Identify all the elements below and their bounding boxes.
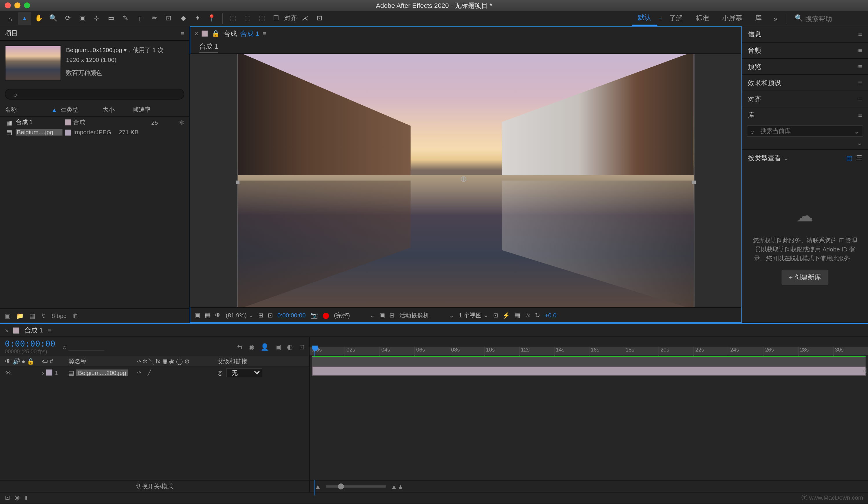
comp-subtab[interactable]: 合成 1 xyxy=(199,42,218,52)
marker-add-icon[interactable]: ◁ xyxy=(862,367,867,374)
adjust-icon[interactable]: ↯ xyxy=(41,313,46,319)
workspace-small[interactable]: 小屏幕 xyxy=(716,11,748,25)
workspace-default[interactable]: 默认 xyxy=(632,11,657,26)
status-icon-2[interactable]: ◉ xyxy=(14,494,20,501)
grid-view-icon[interactable]: ▦ xyxy=(846,154,852,162)
close-tab-icon[interactable]: × xyxy=(5,327,9,334)
camera-dropdown[interactable]: 活动摄像机 ⌄ xyxy=(399,311,454,319)
library-panel-header[interactable]: 库≡ xyxy=(742,107,868,123)
workspace-menu-icon[interactable]: ≡ xyxy=(658,15,662,22)
channel-icon[interactable]: ⬤ xyxy=(322,312,329,318)
canvas[interactable] xyxy=(237,54,694,307)
current-timecode[interactable]: 0:00:00:00 xyxy=(5,339,55,348)
rectangle-tool[interactable]: ▭ xyxy=(104,12,118,25)
home-button[interactable]: ⌂ xyxy=(3,12,17,25)
composition-viewer[interactable] xyxy=(190,54,741,307)
transform-handle-right[interactable] xyxy=(692,180,695,184)
switch-1[interactable]: ቀ xyxy=(137,369,141,376)
toggle-switches-modes[interactable]: 切换开关/模式 xyxy=(0,480,309,492)
flowchart-icon[interactable]: ⚛ xyxy=(179,119,184,126)
pen-tool[interactable]: ✎ xyxy=(119,12,132,25)
video-toggle[interactable]: 👁 xyxy=(5,369,11,376)
type-tool[interactable]: T xyxy=(133,12,146,25)
always-preview-icon[interactable]: ▣ xyxy=(195,312,200,318)
pan-behind-tool[interactable]: ⊹ xyxy=(90,12,103,25)
panel-menu-icon[interactable]: ≡ xyxy=(858,63,862,70)
fast-preview-icon[interactable]: ⚡ xyxy=(503,312,510,318)
status-icon-3[interactable]: ⫿ xyxy=(24,494,28,501)
flowchart-icon[interactable]: ⚛ xyxy=(525,312,530,318)
panel-menu-icon[interactable]: ≡ xyxy=(858,31,862,38)
current-time[interactable]: 0:00:00:00 xyxy=(277,312,306,318)
comp-tab-menu[interactable]: ≡ xyxy=(262,30,266,37)
create-library-button[interactable]: + 创建新库 xyxy=(782,270,828,285)
effects-panel-header[interactable]: 效果和预设≡ xyxy=(742,75,868,91)
zoom-dropdown[interactable]: (81.9%) ⌄ xyxy=(226,312,253,318)
layer-twirl-icon[interactable]: › xyxy=(42,369,44,376)
col-fps[interactable]: 帧速率 xyxy=(133,106,151,114)
label-color[interactable] xyxy=(65,119,71,126)
project-item[interactable]: ▦ 合成 1 合成 25 ⚛ xyxy=(0,117,189,128)
puppet-tool[interactable]: 📍 xyxy=(205,12,219,25)
comp-mini-flowchart-icon[interactable]: ⇆ xyxy=(237,343,242,351)
solo-col-icon[interactable]: ● xyxy=(22,358,25,365)
audio-col-icon[interactable]: 🔊 xyxy=(13,358,20,365)
minimize-window-button[interactable] xyxy=(14,2,21,8)
zoom-slider[interactable] xyxy=(326,485,386,487)
timeline-search-input[interactable] xyxy=(69,343,104,351)
lock-icon[interactable]: 🔒 xyxy=(211,30,220,38)
time-ruler[interactable]: :00s 02s 04s 06s 08s 10s 12s 14s 16s 18s… xyxy=(310,337,868,356)
chevron-down-icon[interactable]: ⌄ xyxy=(854,128,860,136)
chevron-down-icon[interactable]: ⌄ xyxy=(784,154,789,162)
timeline-layer[interactable]: 👁 ›1 ▤Belgium....200.jpg ቀ ╱ ◎无 xyxy=(0,367,309,378)
search-help[interactable]: 🔍 xyxy=(790,14,864,22)
project-tab[interactable]: 项目 xyxy=(5,29,18,38)
playhead[interactable] xyxy=(312,345,318,355)
resolution-dropdown[interactable]: (完整) ⌄ xyxy=(334,311,374,319)
layer-duration-bar[interactable] xyxy=(312,367,866,376)
col-name[interactable]: 名称 xyxy=(5,106,52,114)
maximize-window-button[interactable] xyxy=(24,2,30,8)
pickwhip-icon[interactable]: ◎ xyxy=(217,369,223,376)
trash-icon[interactable]: 🗑 xyxy=(72,313,79,319)
workspace-learn[interactable]: 了解 xyxy=(663,11,689,25)
label-col-icon[interactable]: 🏷 xyxy=(42,358,48,365)
project-search-input[interactable] xyxy=(5,89,184,99)
zoom-tool[interactable]: 🔍 xyxy=(47,12,60,25)
list-view-icon[interactable]: ☰ xyxy=(856,154,862,162)
sort-indicator[interactable]: ▲ xyxy=(52,107,57,113)
timeline-track-area[interactable]: :00s 02s 04s 06s 08s 10s 12s 14s 16s 18s… xyxy=(310,337,868,492)
zoom-in-icon[interactable]: ▲▲ xyxy=(391,483,404,490)
timeline-search[interactable]: ⌕ xyxy=(63,343,104,351)
close-tab-icon[interactable]: × xyxy=(195,30,198,37)
project-search[interactable]: ⌕ xyxy=(5,89,184,99)
roi-icon[interactable]: ▣ xyxy=(379,312,385,318)
snapshot-icon[interactable]: 📷 xyxy=(310,312,318,318)
timeline-tab[interactable]: 合成 1 xyxy=(24,326,43,335)
video-col-icon[interactable]: 👁 xyxy=(5,358,11,365)
unified-camera-tool[interactable]: ▣ xyxy=(75,12,89,25)
workspace-overflow[interactable]: » xyxy=(769,12,782,25)
orbit-tool[interactable]: ⟳ xyxy=(61,12,74,25)
frame-blend-icon[interactable]: ▣ xyxy=(275,343,281,351)
label-icon[interactable]: 🏷 xyxy=(61,106,66,113)
comp-name[interactable]: 合成 1 xyxy=(240,29,259,38)
workspace-library[interactable]: 库 xyxy=(749,11,767,25)
parent-col[interactable]: 父级和链接 xyxy=(217,357,304,366)
zoom-out-icon[interactable]: ▲ xyxy=(314,483,321,490)
asset-thumbnail[interactable] xyxy=(5,46,61,81)
bpc-toggle[interactable]: 8 bpc xyxy=(52,313,66,319)
draft-3d-icon[interactable]: ◉ xyxy=(248,343,255,351)
work-area-bar[interactable] xyxy=(312,356,866,366)
selection-tool[interactable]: ▴ xyxy=(18,12,31,25)
graph-editor-icon[interactable]: ⊡ xyxy=(299,343,304,351)
close-window-button[interactable] xyxy=(5,2,11,8)
num-col[interactable]: # xyxy=(50,358,53,365)
brush-tool[interactable]: ✏ xyxy=(148,12,161,25)
eraser-tool[interactable]: ◆ xyxy=(177,12,190,25)
panel-menu-icon[interactable]: ≡ xyxy=(858,112,862,119)
align-panel-header[interactable]: 对齐≡ xyxy=(742,91,868,107)
workspace-standard[interactable]: 标准 xyxy=(690,11,715,25)
pixel-aspect-icon[interactable]: ⊡ xyxy=(493,312,498,318)
resolution-icon-1[interactable]: ⊞ xyxy=(258,312,263,318)
